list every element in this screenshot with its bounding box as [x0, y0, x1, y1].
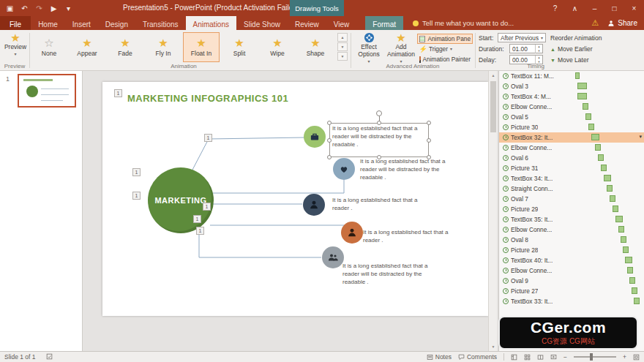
resize-handle[interactable]: [427, 138, 431, 143]
trigger-button[interactable]: ⚡ Trigger ▾: [417, 44, 473, 54]
tab-format[interactable]: Format: [365, 16, 403, 30]
vertical-scrollbar[interactable]: ▲ ▼: [488, 71, 497, 351]
animation-style-item[interactable]: ★ Appear: [69, 32, 105, 62]
marketing-circle-shape[interactable]: MARKETING: [148, 167, 214, 233]
timeline-bar[interactable]: [577, 93, 587, 99]
spellcheck-icon[interactable]: [46, 353, 53, 361]
slide-title-text[interactable]: MARKETING INFOGRAPHICS 101: [127, 93, 288, 104]
start-slideshow-icon[interactable]: ▶: [47, 1, 61, 15]
chevron-down-icon[interactable]: ▾: [639, 134, 642, 140]
animation-style-item[interactable]: ★ Wipe: [259, 32, 296, 62]
animation-pane-row[interactable]: TextBox 35: It...▾: [499, 214, 644, 225]
tab-home[interactable]: Home: [31, 16, 65, 30]
animation-pane-button[interactable]: Animation Pane: [417, 34, 473, 44]
timeline-bar[interactable]: [610, 195, 615, 202]
timeline-bar[interactable]: [604, 175, 611, 181]
timeline-bar[interactable]: [607, 185, 613, 192]
tab-view[interactable]: View: [326, 16, 357, 30]
undo-icon[interactable]: ↶: [18, 1, 31, 15]
animation-style-item[interactable]: ★ Shape: [297, 32, 334, 62]
animation-pane-row[interactable]: Elbow Conne...▾: [499, 143, 644, 153]
timeline-bar[interactable]: [618, 226, 624, 233]
resize-handle[interactable]: [427, 121, 431, 125]
animation-pane-row[interactable]: Oval 6▾: [499, 153, 644, 163]
people-node[interactable]: [322, 246, 344, 268]
briefcase-node[interactable]: [304, 126, 326, 148]
animation-pane-row[interactable]: Elbow Conne...▾: [499, 102, 644, 112]
timeline-bar[interactable]: [588, 124, 594, 130]
animation-number-badge[interactable]: 1: [132, 168, 141, 176]
animation-pane-row[interactable]: Picture 28▾: [499, 245, 644, 255]
tab-animations[interactable]: Animations: [186, 16, 236, 30]
tab-slide-show[interactable]: Slide Show: [236, 16, 288, 30]
animation-pane-row[interactable]: TextBox 34: It...▾: [499, 173, 644, 184]
textbox[interactable]: It is a long established fact that a rea…: [363, 229, 449, 245]
scroll-down-icon[interactable]: ▼: [489, 342, 498, 351]
animation-number-badge[interactable]: 1: [203, 203, 211, 211]
timeline-bar[interactable]: [595, 144, 601, 151]
timeline-bar[interactable]: [625, 257, 632, 263]
scrollbar-thumb[interactable]: [490, 81, 496, 132]
rotation-handle[interactable]: [376, 110, 382, 116]
help-button[interactable]: ?: [545, 0, 565, 16]
resize-handle[interactable]: [327, 138, 332, 143]
close-button[interactable]: ×: [624, 0, 644, 16]
timeline-bar[interactable]: [634, 298, 640, 304]
spin-down-icon[interactable]: ▼: [536, 49, 542, 53]
animation-style-item[interactable]: ★ Split: [221, 32, 258, 62]
zoom-in-button[interactable]: +: [623, 353, 626, 361]
animation-pane-row[interactable]: Oval 9▾: [499, 276, 644, 286]
animation-pane-row[interactable]: TextBox 40: It...▾: [499, 255, 644, 265]
animation-style-item[interactable]: ★ Fly In: [145, 32, 181, 62]
animation-pane-row[interactable]: TextBox 11: M...▾: [499, 71, 644, 81]
timeline-bar[interactable]: [623, 246, 629, 253]
animation-pane-row[interactable]: Picture 31▾: [499, 163, 644, 173]
zoom-slider-thumb[interactable]: [590, 353, 593, 361]
tab-design[interactable]: Design: [98, 16, 135, 30]
textbox[interactable]: It is a long established fact that a rea…: [360, 158, 463, 181]
timeline-bar[interactable]: [615, 216, 623, 222]
tab-file[interactable]: File: [0, 16, 31, 30]
animation-pane-row[interactable]: Picture 27▾: [499, 286, 644, 296]
timeline-bar[interactable]: [629, 277, 635, 284]
timeline-bar[interactable]: [585, 113, 591, 120]
animation-number-badge[interactable]: 1: [196, 227, 204, 235]
normal-view-button[interactable]: [511, 354, 517, 361]
resize-handle[interactable]: [327, 121, 332, 125]
ribbon-display-options-button[interactable]: ∧: [565, 0, 585, 16]
restore-button[interactable]: □: [604, 0, 624, 16]
animation-style-item[interactable]: ☆ None: [31, 32, 67, 62]
gallery-scroll-down-icon[interactable]: ▼: [337, 42, 348, 51]
animation-pane-row[interactable]: Oval 5▾: [499, 112, 644, 122]
move-earlier-button[interactable]: ▲ Move Earlier: [550, 45, 593, 53]
animation-style-item[interactable]: ★ Float In: [183, 32, 220, 62]
resize-handle[interactable]: [377, 121, 381, 125]
animation-pane-row[interactable]: Oval 7▾: [499, 194, 644, 204]
zoom-out-button[interactable]: −: [564, 353, 567, 361]
timeline-bar[interactable]: [583, 103, 588, 110]
timeline-bar[interactable]: [601, 165, 607, 171]
resize-handle[interactable]: [327, 155, 332, 159]
textbox[interactable]: It is a long established fact that a rea…: [332, 197, 422, 213]
animation-pane-row[interactable]: Straight Conn...▾: [499, 184, 644, 194]
timeline-bar[interactable]: [577, 83, 587, 89]
effect-options-button[interactable]: Effect Options ▾: [353, 32, 384, 64]
add-animation-button[interactable]: ★ Add Animation ▾: [386, 32, 416, 64]
animation-pane-row[interactable]: Picture 30▾: [499, 122, 644, 132]
timeline-bar[interactable]: [632, 287, 637, 294]
notes-button[interactable]: Notes: [427, 353, 452, 361]
timeline-bar[interactable]: [627, 267, 633, 274]
animation-number-badge[interactable]: 1: [204, 134, 212, 142]
animation-pane-row[interactable]: TextBox 33: It...▾: [499, 296, 644, 306]
fit-to-window-button[interactable]: [633, 354, 640, 361]
animation-number-badge[interactable]: 1: [114, 89, 122, 97]
animation-pane-row[interactable]: Oval 3▾: [499, 81, 644, 91]
tell-me-box[interactable]: Tell me what you want to do...: [413, 16, 514, 30]
slideshow-view-button[interactable]: [550, 354, 557, 361]
selected-textbox[interactable]: It is a long established fact that a rea…: [329, 123, 429, 157]
warning-icon[interactable]: ⚠: [591, 18, 599, 28]
person-orange-node[interactable]: [341, 222, 363, 244]
timeline-bar[interactable]: [591, 134, 599, 140]
slide[interactable]: 1 MARKETING INFOGRAPHICS 101 MARKETING: [102, 82, 488, 316]
gallery-more-icon[interactable]: ▼: [337, 52, 348, 61]
